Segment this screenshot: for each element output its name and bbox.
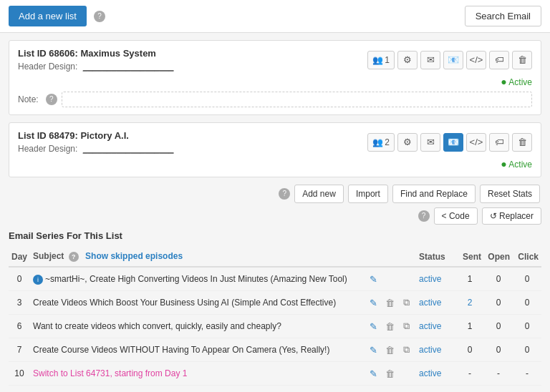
th-open: Open [484, 247, 513, 267]
cell-sent: - [455, 362, 484, 386]
tag-btn-2[interactable]: 🏷 [489, 133, 509, 152]
info-icon[interactable]: i [33, 275, 43, 285]
edit-icon[interactable]: ✎ [366, 319, 380, 333]
delete-icon[interactable]: 🗑 [382, 319, 397, 333]
cell-subject: Switch to List 64731, starting from Day … [30, 362, 363, 386]
mail2-btn-2[interactable]: 📧 [443, 133, 463, 152]
list-card-2-header-value: ___________________ [83, 144, 174, 154]
list-card-2: List ID 68479: Pictory A.I. Header Desig… [9, 122, 541, 177]
count-2: 2 [385, 137, 390, 147]
code-button[interactable]: < Code [434, 207, 478, 225]
add-list-help-icon[interactable]: ? [94, 11, 105, 22]
find-replace-button[interactable]: Find and Replace [392, 185, 476, 203]
note-help-icon-1[interactable]: ? [46, 94, 57, 105]
cell-actions: ✎🗑 [363, 362, 416, 386]
delete-icon[interactable]: 🗑 [382, 366, 397, 381]
cell-status: active [416, 291, 455, 315]
gear-btn-1[interactable]: ⚙ [397, 51, 418, 69]
sub-help-icon[interactable]: ? [418, 210, 430, 222]
list-card-1-info: List ID 68606: Maximus System Header Des… [18, 48, 174, 72]
list-card-1-header-value: ___________________ [83, 62, 174, 72]
trash-btn-1[interactable]: 🗑 [512, 51, 532, 69]
gear-btn-2[interactable]: ⚙ [397, 133, 418, 152]
people-icon-2: 👥 [372, 137, 383, 147]
copy-icon[interactable]: ⧉ [399, 343, 413, 357]
count-1: 1 [385, 55, 390, 65]
cell-sent: 2 [455, 291, 484, 315]
cell-sent: 1 [455, 267, 484, 291]
list-card-2-title: List ID 68479: Pictory A.I. [18, 130, 174, 141]
cell-day: 6 [9, 315, 30, 338]
subject-help-icon[interactable]: ? [69, 252, 79, 262]
note-input-1[interactable] [62, 92, 532, 107]
th-actions [363, 247, 416, 267]
cell-open: 0 [484, 338, 513, 362]
mail-btn-1[interactable]: ✉ [420, 51, 440, 69]
th-status: Status [416, 247, 455, 267]
edit-icon[interactable]: ✎ [366, 272, 380, 286]
delete-icon[interactable]: 🗑 [382, 343, 397, 357]
delete-icon[interactable]: 🗑 [382, 295, 397, 310]
list-card-2-status: ● Active [18, 158, 532, 170]
cell-day: 7 [9, 338, 30, 362]
code-btn-1[interactable]: </> [466, 51, 486, 69]
mail-btn-2[interactable]: ✉ [420, 133, 440, 152]
cell-click: 0 [513, 338, 541, 362]
cell-subject: Create Course Videos WITHOUT Having To A… [30, 338, 363, 362]
list-card-1-title: List ID 68606: Maximus System [18, 48, 174, 59]
cell-click: 0 [513, 315, 541, 338]
cell-status: active [416, 267, 455, 291]
cell-status: active [416, 362, 455, 386]
cell-open: - [484, 362, 513, 386]
top-bar: Add a new list ? Search Email [0, 0, 550, 33]
code-btn-2[interactable]: </> [466, 133, 486, 152]
status-badge-1: Active [508, 77, 532, 87]
th-sent: Sent [455, 247, 484, 267]
cell-click: - [513, 362, 541, 386]
cell-actions: ✎🗑⧉ [363, 315, 416, 338]
import-button[interactable]: Import [348, 185, 388, 203]
email-table: Day Subject ? Show skipped episodes Stat… [9, 247, 541, 386]
reset-stats-button[interactable]: Reset Stats [480, 185, 540, 203]
table-row: 10Switch to List 64731, starting from Da… [9, 362, 541, 386]
cell-actions: ✎🗑⧉ [363, 338, 416, 362]
show-skipped-link[interactable]: Show skipped episodes [85, 251, 183, 261]
replacer-button[interactable]: ↺ Replacer [482, 207, 541, 225]
cell-open: 0 [484, 291, 513, 315]
cell-day: 0 [9, 267, 30, 291]
status-badge-2: Active [508, 160, 532, 170]
add-new-button[interactable]: Add new [294, 185, 344, 203]
edit-icon[interactable]: ✎ [366, 343, 380, 357]
cell-sent: 1 [455, 315, 484, 338]
cell-status: active [416, 315, 455, 338]
sub-action-bar: ? < Code ↺ Replacer [9, 207, 541, 225]
cell-subject: i~smartHi~, Create High Converting Video… [30, 267, 363, 291]
mail2-btn-1[interactable]: 📧 [443, 51, 463, 69]
subscriber-count-btn-2[interactable]: 👥 2 [367, 133, 395, 152]
trash-btn-2[interactable]: 🗑 [512, 133, 532, 152]
action-help-icon[interactable]: ? [279, 188, 290, 200]
edit-icon[interactable]: ✎ [366, 366, 380, 381]
note-row-1: Note: ? [18, 92, 532, 107]
copy-icon[interactable]: ⧉ [399, 319, 413, 333]
cell-actions: ✎🗑⧉ [363, 291, 416, 315]
tag-btn-1[interactable]: 🏷 [489, 51, 509, 69]
sent-link[interactable]: 2 [468, 298, 473, 308]
cell-open: 0 [484, 267, 513, 291]
list-card-2-info: List ID 68479: Pictory A.I. Header Desig… [18, 130, 174, 154]
table-header-row: Day Subject ? Show skipped episodes Stat… [9, 247, 541, 267]
cell-open: 0 [484, 315, 513, 338]
th-click: Click [513, 247, 541, 267]
list-card-1-tools: 👥 1 ⚙ ✉ 📧 </> 🏷 🗑 [367, 51, 532, 69]
subject-link[interactable]: Switch to List 64731, starting from Day … [33, 368, 187, 378]
table-row: 7Create Course Videos WITHOUT Having To … [9, 338, 541, 362]
copy-icon[interactable]: ⧉ [399, 295, 413, 310]
subscriber-count-btn-1[interactable]: 👥 1 [367, 51, 395, 69]
search-email-button[interactable]: Search Email [465, 6, 541, 26]
th-subject: Subject ? Show skipped episodes [30, 247, 363, 267]
edit-icon[interactable]: ✎ [366, 295, 380, 310]
active-dot-1: ● [501, 76, 506, 87]
note-label-1: Note: [18, 94, 39, 104]
add-new-list-button[interactable]: Add a new list [9, 6, 87, 26]
list-card-1-header: List ID 68606: Maximus System Header Des… [18, 48, 532, 72]
